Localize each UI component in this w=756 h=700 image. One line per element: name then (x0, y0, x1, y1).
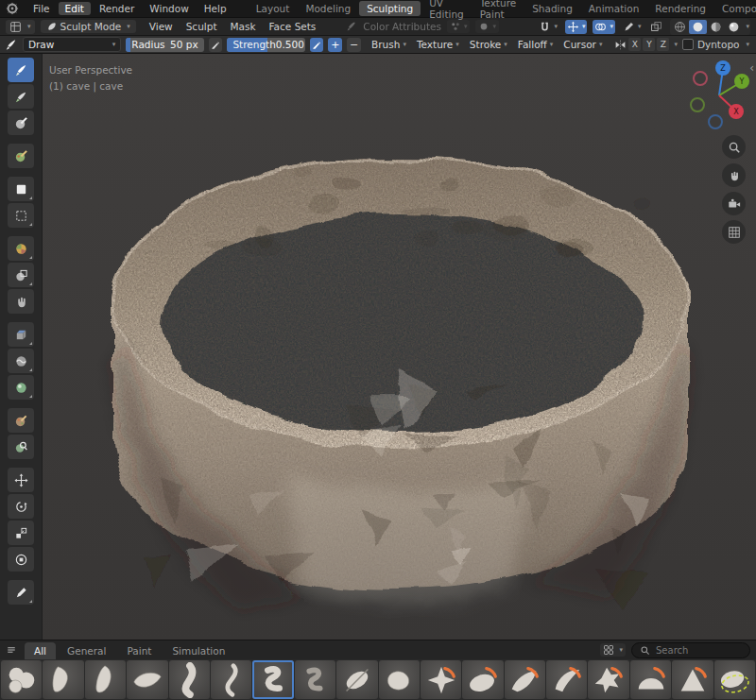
header-menu-sculpt[interactable]: Sculpt (186, 21, 217, 32)
tool-mask-by-color[interactable] (8, 408, 34, 433)
tool-scale[interactable] (8, 521, 34, 545)
annotate-icon[interactable]: ▾ (621, 20, 644, 34)
brush-thumbnail-4[interactable] (127, 660, 167, 699)
wireframe-icon[interactable] (671, 20, 689, 34)
tool-mesh-filter[interactable] (8, 322, 34, 347)
grid-icon[interactable] (722, 220, 746, 244)
strength-pressure-toggle[interactable] (310, 38, 324, 52)
tool-draw-sharp[interactable] (8, 84, 34, 109)
radius-pressure-toggle[interactable] (209, 38, 223, 52)
magnet-icon[interactable]: ▾ (537, 20, 559, 34)
gizmos-icon[interactable]: ▾ (565, 20, 588, 34)
zoom-icon[interactable] (722, 135, 746, 159)
menu-help[interactable]: Help (198, 2, 233, 15)
shelf-tab-paint[interactable]: Paint (117, 642, 161, 659)
chevron-down-icon[interactable]: ▾ (746, 24, 749, 30)
brush-thumbnail-2[interactable] (43, 660, 83, 699)
header-menu-view[interactable]: View (149, 21, 173, 32)
tool-smooth[interactable] (8, 111, 34, 135)
tool-trim[interactable] (8, 263, 34, 287)
menu-file[interactable]: File (26, 2, 57, 15)
brush-thumbnail-1[interactable] (1, 660, 42, 699)
brush-thumbnail-14[interactable] (546, 660, 587, 699)
solid-icon[interactable] (689, 20, 707, 34)
popover-texture[interactable]: Texture▾ (417, 39, 459, 50)
symmetry-x-button[interactable]: X (628, 38, 641, 51)
popover-falloff[interactable]: Falloff▾ (518, 39, 554, 50)
brush-thumbnail-6[interactable] (211, 660, 251, 699)
strength-slider[interactable]: Strength 0.500 (227, 38, 304, 52)
shelf-tab-all[interactable]: All (25, 642, 56, 659)
editor-type-button[interactable]: ▾ (6, 20, 35, 34)
workspace-tab-animation[interactable]: Animation (581, 1, 647, 16)
catalog-menu-icon[interactable] (6, 644, 17, 656)
popover-stroke[interactable]: Stroke▾ (470, 39, 507, 50)
workspace-tab-uv-editing[interactable]: UV Editing (421, 0, 472, 22)
menu-window[interactable]: Window (143, 2, 195, 15)
brush-thumbnail-5[interactable] (169, 660, 210, 699)
blender-logo-icon[interactable] (6, 2, 19, 15)
radius-slider[interactable]: Radius 50 px (126, 38, 203, 52)
mode-selector[interactable]: Sculpt Mode ▾ (41, 20, 136, 33)
symmetry-y-button[interactable]: Y (643, 38, 655, 51)
vertex-color-dropdown[interactable]: ▾ (447, 20, 471, 33)
brush-thumbnail-10[interactable] (379, 660, 420, 699)
brush-thumbnail-7[interactable] (252, 660, 293, 699)
tool-face-sets[interactable] (8, 236, 34, 261)
menu-edit[interactable]: Edit (59, 2, 91, 15)
viewport-3d[interactable]: User Perspective (1) cave | cave ‹ Z Y X (0, 54, 756, 640)
tool-box-mask[interactable] (8, 177, 34, 201)
tool-sample[interactable] (8, 435, 34, 459)
material-icon[interactable] (707, 20, 725, 34)
subtract-mode-button[interactable]: − (347, 38, 361, 52)
tool-box-hide[interactable] (8, 203, 34, 228)
workspace-tab-compositing[interactable]: Compositing (714, 1, 756, 16)
workspace-tab-layout[interactable]: Layout (249, 1, 298, 16)
header-menu-mask[interactable]: Mask (231, 21, 256, 32)
navigation-gizmo[interactable]: Z Y X (688, 58, 750, 131)
popover-brush[interactable]: Brush▾ (371, 39, 406, 50)
workspace-tab-modeling[interactable]: Modeling (298, 1, 358, 16)
brush-thumbnail-16[interactable] (630, 660, 671, 699)
add-mode-button[interactable]: + (328, 38, 342, 52)
workspace-tab-texture-paint[interactable]: Texture Paint (472, 0, 524, 22)
brush-thumbnail-18[interactable] (714, 660, 755, 699)
brush-selector[interactable]: Draw ▾ (23, 37, 121, 52)
rendered-icon[interactable] (725, 20, 743, 34)
color-dropdown[interactable]: ▾ (475, 20, 499, 33)
tool-annotate[interactable] (8, 580, 34, 605)
tool-brush[interactable] (8, 58, 34, 82)
brush-thumbnail-9[interactable] (336, 660, 377, 699)
pan-hand-icon[interactable] (722, 163, 746, 187)
viewport-canvas[interactable] (0, 54, 756, 640)
brush-thumbnail-3[interactable] (85, 660, 126, 699)
menu-render[interactable]: Render (93, 2, 141, 15)
tool-cloth-filter[interactable] (8, 349, 34, 373)
dyntopo-checkbox[interactable] (682, 39, 694, 50)
tool-move[interactable] (8, 468, 34, 492)
tool-paint[interactable] (8, 144, 34, 168)
brush-thumbnail-17[interactable] (672, 660, 713, 699)
popover-cursor[interactable]: Cursor▾ (563, 39, 602, 50)
asset-search[interactable] (631, 642, 750, 658)
display-settings-button[interactable]: ▾ (600, 643, 626, 657)
workspace-tab-sculpting[interactable]: Sculpting (359, 1, 421, 16)
tool-color-filter[interactable] (8, 375, 34, 400)
brush-thumbnail-13[interactable] (505, 660, 545, 699)
search-input[interactable] (654, 644, 733, 657)
shelf-tab-general[interactable]: General (58, 642, 115, 659)
xray-toggle[interactable] (648, 20, 664, 34)
brush-thumbnail-11[interactable] (421, 660, 461, 699)
tool-transform[interactable] (8, 547, 34, 572)
tool-rotate[interactable] (8, 494, 34, 519)
workspace-tab-shading[interactable]: Shading (524, 1, 580, 16)
camera-icon[interactable] (722, 192, 746, 215)
brush-thumbnail-15[interactable] (588, 660, 628, 699)
shelf-tab-simulation[interactable]: Simulation (163, 642, 234, 659)
tool-line-project[interactable] (8, 289, 34, 314)
workspace-tab-rendering[interactable]: Rendering (647, 1, 713, 16)
brush-thumbnail-12[interactable] (462, 660, 503, 699)
header-menu-face-sets[interactable]: Face Sets (269, 21, 317, 32)
overlays-icon[interactable]: ▾ (593, 20, 615, 34)
brush-thumbnail-8[interactable] (295, 660, 335, 699)
